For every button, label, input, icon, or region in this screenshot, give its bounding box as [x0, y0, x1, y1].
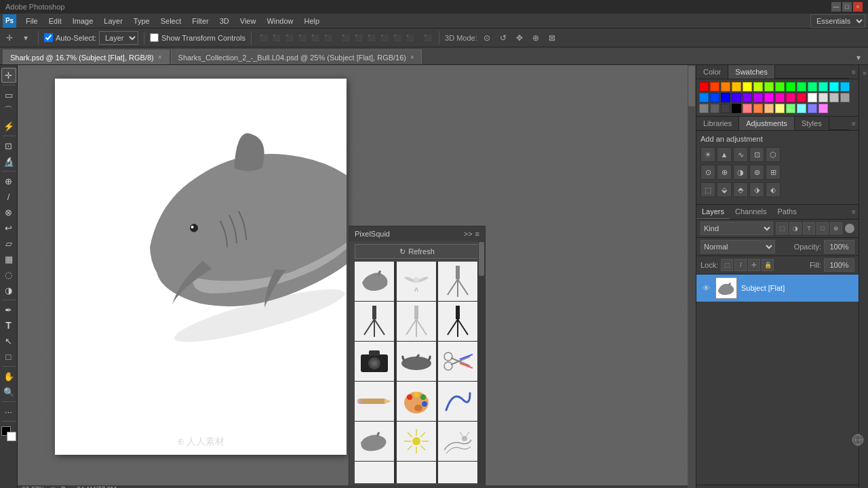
brush-tool[interactable]: / [1, 189, 16, 204]
swatch-ff4000[interactable] [710, 82, 719, 92]
lock-move-icon[interactable]: ✛ [748, 259, 760, 271]
swatch-bfbfbf[interactable] [829, 93, 839, 102]
layers-panel-menu[interactable]: ≡ [849, 205, 859, 219]
3d-roll-icon[interactable]: ↺ [496, 31, 510, 45]
swatch-3f3f3f[interactable] [721, 104, 730, 113]
adj-levels[interactable]: ▲ [717, 147, 732, 162]
layer-visibility-icon[interactable]: 👁 [701, 283, 711, 293]
blend-mode-select[interactable]: Normal [701, 240, 775, 253]
distribute-right-btn[interactable]: ⬛ [403, 32, 416, 44]
swatch-00ff00[interactable] [786, 82, 795, 92]
swatch-7f7f7f[interactable] [699, 104, 709, 113]
background-color[interactable] [7, 432, 16, 441]
adj-brightness-contrast[interactable]: ☀ [701, 147, 715, 162]
vertical-scrollbar-thumb[interactable] [688, 66, 695, 106]
grid-item-scissors[interactable] [438, 342, 477, 381]
workspace-select[interactable]: Essentials [810, 14, 865, 28]
swatch-5f5f5f[interactable] [710, 104, 719, 113]
color-picker-fg-bg[interactable] [1, 426, 16, 441]
distribute-bottom-btn[interactable]: ⬛ [365, 32, 377, 44]
swatch-ff00bf[interactable] [775, 93, 785, 102]
blur-tool[interactable]: ◌ [1, 267, 16, 282]
swatch-00ffff[interactable] [829, 82, 839, 92]
lock-all-icon[interactable]: 🔒 [762, 259, 774, 271]
swatch-ff0040[interactable] [797, 93, 806, 102]
adj-photo-filter[interactable]: ⊛ [749, 165, 764, 180]
swatch-0000ff[interactable] [721, 93, 730, 102]
tab-swatches[interactable]: Swatches [728, 65, 775, 79]
opacity-input[interactable] [824, 240, 854, 253]
options-arrow-icon[interactable]: ▾ [19, 31, 33, 45]
adj-selective-color[interactable]: ⬗ [749, 182, 764, 197]
layers-filter-toggle[interactable] [845, 224, 854, 233]
tab-arrange-icon[interactable]: ▾ [852, 51, 865, 64]
grid-item-shark-flying[interactable] [355, 422, 394, 461]
rect-select-tool[interactable]: ▭ [1, 87, 16, 102]
grid-item-shark-small[interactable] [355, 262, 394, 301]
lock-paint-icon[interactable]: / [734, 259, 747, 271]
filter-pixel-icon[interactable]: ⬚ [776, 222, 788, 235]
grid-item-extra-2[interactable] [397, 462, 436, 483]
grid-item-tripod-4[interactable] [438, 302, 477, 341]
swatch-8000ff[interactable] [743, 93, 752, 102]
adj-curves[interactable]: ∿ [733, 147, 748, 162]
distribute-spacing-btn[interactable]: ⬛ [421, 32, 433, 44]
align-left-btn[interactable]: ⬛ [296, 32, 308, 44]
menu-select[interactable]: Select [155, 16, 187, 26]
lock-transparent-icon[interactable]: ⬚ [721, 259, 733, 271]
3d-sphere-icon[interactable] [850, 432, 865, 447]
swatch-8080ff[interactable] [808, 104, 817, 113]
gradient-tool[interactable]: ▦ [1, 251, 16, 266]
crop-tool[interactable]: ⊡ [1, 138, 16, 153]
stamp-tool[interactable]: ⊗ [1, 205, 16, 220]
swatch-ffff00[interactable] [743, 82, 752, 92]
layers-tab-paths[interactable]: Paths [772, 205, 802, 219]
grid-item-tripod-2[interactable] [355, 302, 394, 341]
hand-tool[interactable]: ✋ [1, 369, 16, 384]
tab-adjustments[interactable]: Adjustments [739, 117, 795, 130]
swatch-dfdfdf[interactable] [818, 93, 828, 102]
adj-posterize[interactable]: ⬙ [717, 182, 732, 197]
distribute-center-btn[interactable]: ⬛ [352, 32, 364, 44]
adj-exposure[interactable]: ⊡ [749, 147, 764, 162]
menu-3d[interactable]: 3D [214, 16, 235, 26]
swatches-panel-menu[interactable]: ≡ [849, 65, 859, 79]
swatch-00ff80[interactable] [808, 82, 817, 92]
eraser-tool[interactable]: ▱ [1, 236, 16, 251]
tab-sharks-collection[interactable]: Sharks_Collection_2_-_Bull.L04.psd @ 25%… [171, 49, 422, 64]
close-button[interactable]: × [853, 2, 863, 12]
tab-shark-psd[interactable]: Shark.psd @ 16.7% (Subject [Flat], RGB/8… [3, 49, 170, 64]
grid-item-curve[interactable] [438, 382, 477, 421]
adj-gradient-map[interactable]: ⬖ [766, 182, 781, 197]
extra-tools[interactable]: ··· [1, 404, 16, 419]
adj-threshold[interactable]: ⬘ [733, 182, 748, 197]
swatch-80ffff[interactable] [797, 104, 806, 113]
grid-item-sketch[interactable] [438, 422, 477, 461]
pixelsquid-scrollbar[interactable] [478, 241, 485, 486]
canvas-area[interactable]: 人人素材 M [18, 65, 696, 488]
swatch-0040ff[interactable] [710, 93, 719, 102]
adj-panel-menu[interactable]: ≡ [849, 117, 859, 130]
zoom-tool[interactable]: 🔍 [1, 384, 16, 399]
filter-adj-icon[interactable]: ◑ [789, 222, 802, 235]
swatch-ff80ff[interactable] [818, 104, 828, 113]
align-middle-btn[interactable]: ⬛ [309, 32, 321, 44]
3d-scale-icon[interactable]: ⊠ [545, 31, 559, 45]
pixelsquid-expand-btn[interactable]: >> [464, 230, 473, 238]
pixelsquid-refresh-btn[interactable]: ↻ Refresh [355, 244, 479, 259]
tab-color[interactable]: Color [696, 65, 728, 79]
layer-item-subject-flat[interactable]: 👁 Subject [Flat] [696, 274, 859, 302]
swatch-ffbf00[interactable] [732, 82, 741, 92]
fill-input[interactable] [824, 258, 854, 272]
distribute-middle-btn[interactable]: ⬛ [391, 32, 403, 44]
grid-item-extra-1[interactable] [355, 462, 394, 483]
adj-channel-mixer[interactable]: ⊞ [766, 165, 781, 180]
layers-kind-select[interactable]: Kind [701, 222, 773, 235]
grid-item-camera[interactable] [355, 342, 394, 381]
tab-libraries[interactable]: Libraries [696, 117, 739, 130]
adj-invert[interactable]: ⬚ [701, 182, 715, 197]
menu-image[interactable]: Image [67, 16, 99, 26]
quick-select-tool[interactable]: ⚡ [1, 119, 16, 134]
menu-filter[interactable]: Filter [186, 16, 214, 26]
3d-slide-icon[interactable]: ⊕ [529, 31, 542, 45]
